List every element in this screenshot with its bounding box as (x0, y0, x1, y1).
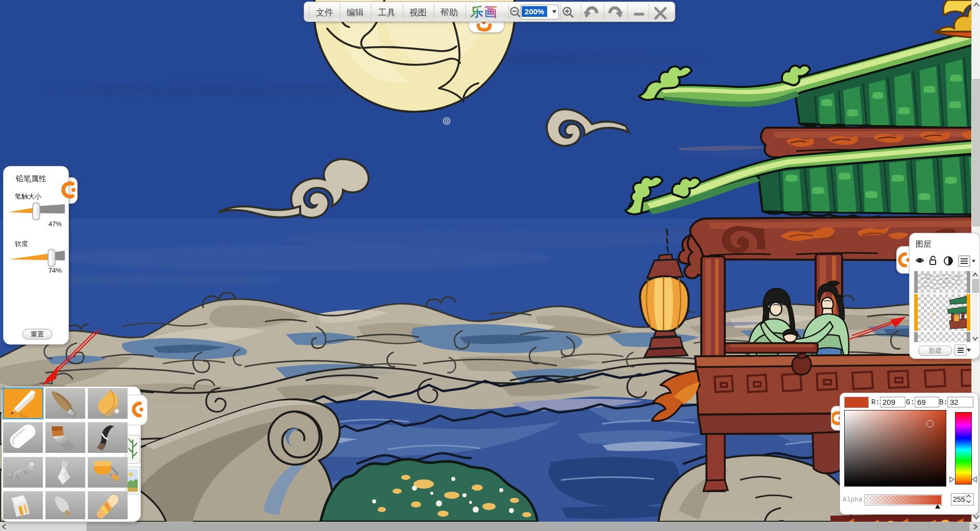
svg-text:画: 画 (484, 5, 497, 19)
svg-text:乐: 乐 (470, 5, 483, 19)
